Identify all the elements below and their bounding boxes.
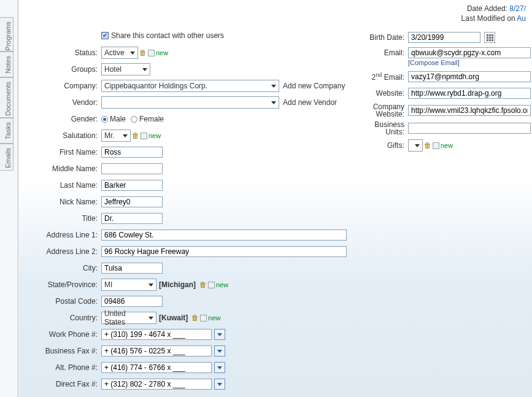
country-label: Country: bbox=[28, 314, 101, 322]
email-input[interactable] bbox=[408, 47, 531, 58]
alt-phone-input[interactable] bbox=[101, 362, 212, 373]
direct-fax-input[interactable] bbox=[101, 379, 212, 390]
salutation-label: Salutation: bbox=[28, 131, 101, 140]
gender-male-radio[interactable]: Male bbox=[101, 115, 126, 123]
status-box-icon[interactable] bbox=[148, 50, 155, 56]
addr2-label: Address Line 2: bbox=[28, 247, 101, 256]
salutation-new-link[interactable]: new bbox=[148, 132, 161, 139]
middle-name-input[interactable] bbox=[101, 163, 163, 174]
gender-female-radio[interactable]: Female bbox=[131, 115, 164, 123]
date-added-label: Date Added: bbox=[467, 4, 507, 13]
state-box-icon[interactable] bbox=[208, 282, 215, 288]
birth-date-input[interactable] bbox=[408, 32, 480, 43]
title-label: Title: bbox=[28, 214, 101, 223]
state-full-text: [Michigan] bbox=[159, 280, 196, 289]
status-delete-icon[interactable]: 🗑 bbox=[139, 48, 147, 57]
salutation-box-icon[interactable] bbox=[141, 133, 147, 139]
company-website-label: CompanyWebsite: bbox=[361, 103, 408, 118]
country-box-icon[interactable] bbox=[200, 315, 207, 322]
status-label: Status: bbox=[28, 48, 101, 57]
email-label: Email: bbox=[361, 47, 408, 57]
direct-fax-dropdown[interactable] bbox=[214, 379, 225, 390]
last-modified-value: Au bbox=[517, 14, 526, 23]
direct-fax-label: Direct Fax #: bbox=[28, 380, 101, 388]
nick-name-input[interactable] bbox=[101, 196, 163, 207]
state-delete-icon[interactable]: 🗑 bbox=[199, 280, 207, 289]
sidebar-tab-documents[interactable]: Documents bbox=[0, 77, 13, 118]
compose-email-link[interactable]: [Compose Email] bbox=[408, 59, 460, 66]
share-contact-checkbox[interactable]: ✔ bbox=[101, 32, 109, 39]
birth-date-label: Birth Date: bbox=[361, 33, 408, 42]
state-label: State/Province: bbox=[28, 280, 101, 289]
middle-name-label: Middle Name: bbox=[28, 164, 101, 173]
country-select[interactable]: United States bbox=[101, 312, 156, 324]
first-name-input[interactable] bbox=[101, 147, 163, 158]
gifts-select[interactable] bbox=[408, 139, 423, 152]
work-phone-input[interactable] bbox=[101, 329, 212, 340]
work-phone-dropdown[interactable] bbox=[214, 329, 225, 340]
last-modified-label: Last Modified on bbox=[461, 14, 515, 23]
gifts-box-icon[interactable] bbox=[433, 142, 439, 149]
company-label: Company: bbox=[28, 82, 101, 90]
groups-label: Groups: bbox=[28, 65, 101, 74]
work-phone-label: Work Phone #: bbox=[28, 330, 101, 339]
business-fax-input[interactable] bbox=[101, 345, 212, 357]
sidebar-tab-bar: Programs Notes Documents Tasks Emails bbox=[0, 0, 18, 397]
addr1-label: Address Line 1: bbox=[28, 231, 101, 239]
country-hint-text: [Kuwait] bbox=[159, 314, 188, 322]
sidebar-tab-emails[interactable]: Emails bbox=[0, 144, 13, 171]
alt-phone-label: Alt. Phone #: bbox=[28, 363, 101, 372]
email2-label: 2nd Email: bbox=[361, 72, 408, 82]
business-fax-label: Business Fax #: bbox=[28, 347, 101, 355]
vendor-label: Vendor: bbox=[28, 98, 101, 107]
country-new-link[interactable]: new bbox=[208, 314, 220, 322]
business-fax-dropdown[interactable] bbox=[214, 345, 225, 357]
country-delete-icon[interactable]: 🗑 bbox=[191, 314, 199, 322]
business-units-input[interactable] bbox=[408, 123, 531, 134]
postal-label: Postal Code: bbox=[28, 297, 101, 306]
title-input[interactable] bbox=[101, 213, 163, 224]
company-select[interactable]: Cippebaquantor Holdings Corp. bbox=[101, 80, 279, 92]
addr2-input[interactable] bbox=[101, 246, 347, 257]
website-input[interactable] bbox=[408, 88, 531, 99]
website-label: Website: bbox=[361, 89, 408, 98]
first-name-label: First Name: bbox=[28, 148, 101, 156]
vendor-add-link[interactable]: Add new Vendor bbox=[283, 98, 337, 107]
addr1-input[interactable] bbox=[101, 229, 347, 241]
sidebar-tab-tasks[interactable]: Tasks bbox=[0, 118, 13, 144]
postal-input[interactable] bbox=[101, 296, 163, 307]
sidebar-tab-notes[interactable]: Notes bbox=[0, 52, 13, 77]
email2-input[interactable] bbox=[408, 71, 531, 82]
vendor-select[interactable] bbox=[101, 96, 279, 109]
status-new-link[interactable]: new bbox=[156, 49, 168, 56]
salutation-delete-icon[interactable]: 🗑 bbox=[132, 131, 139, 140]
business-units-label: BusinessUnits: bbox=[361, 121, 408, 136]
alt-phone-dropdown[interactable] bbox=[214, 362, 225, 373]
gender-label: Gender: bbox=[28, 115, 101, 123]
nick-name-label: Nick Name: bbox=[28, 198, 101, 206]
sidebar-tab-programs[interactable]: Programs bbox=[0, 17, 13, 52]
record-meta: Date Added: 8/27/ Last Modified on Au bbox=[461, 4, 526, 23]
gifts-delete-icon[interactable]: 🗑 bbox=[424, 141, 431, 150]
salutation-select[interactable]: Mr. bbox=[101, 129, 131, 142]
company-website-input[interactable] bbox=[408, 105, 531, 116]
state-select[interactable]: MI bbox=[101, 279, 156, 291]
last-name-label: Last Name: bbox=[28, 181, 101, 190]
city-input[interactable] bbox=[101, 263, 163, 274]
status-select[interactable]: Active bbox=[101, 47, 138, 59]
gifts-new-link[interactable]: new bbox=[441, 142, 453, 149]
last-name-input[interactable] bbox=[101, 180, 163, 191]
groups-select[interactable]: Hotel bbox=[101, 63, 150, 75]
gifts-label: Gifts: bbox=[361, 141, 408, 150]
company-add-link[interactable]: Add new Company bbox=[283, 82, 345, 90]
state-new-link[interactable]: new bbox=[216, 281, 228, 288]
date-added-value: 8/27/ bbox=[509, 4, 526, 13]
share-contact-label: Share this contact with other users bbox=[111, 31, 224, 40]
calendar-icon[interactable] bbox=[484, 32, 495, 43]
city-label: City: bbox=[28, 264, 101, 272]
